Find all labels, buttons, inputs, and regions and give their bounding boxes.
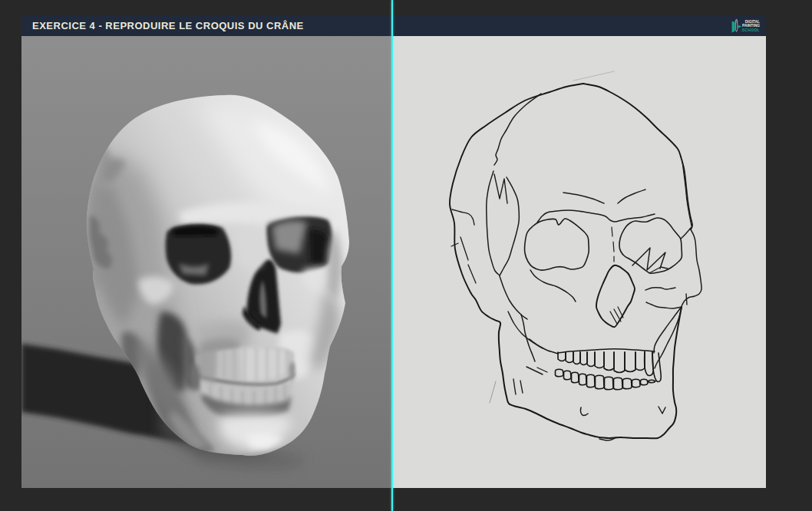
svg-text:.SCHOOL: .SCHOOL bbox=[741, 28, 760, 32]
